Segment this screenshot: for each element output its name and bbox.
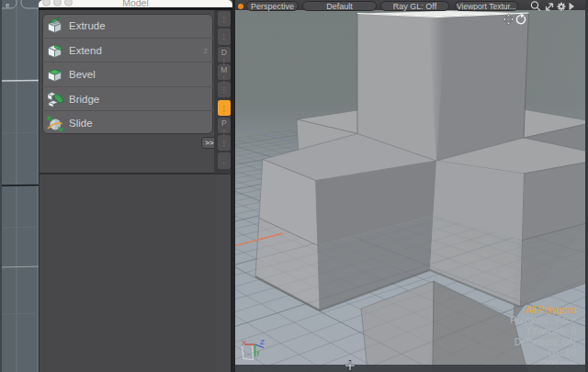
svg-text:X: X [242,339,247,347]
svg-text:Z: Z [260,338,265,346]
svg-text:e: e [6,1,10,9]
svg-text:y: y [256,349,260,356]
